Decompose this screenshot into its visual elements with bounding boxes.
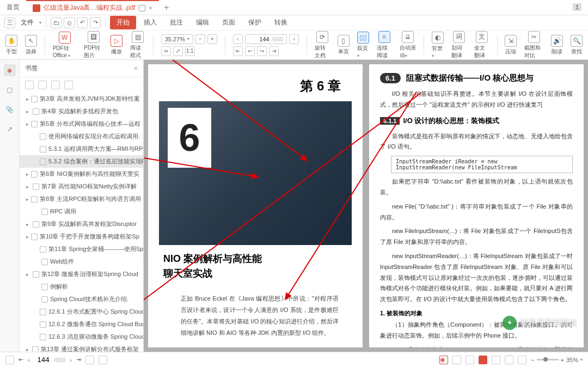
bookmark-item[interactable]: ▸第6章 NIO案例解析与高性能聊天室实: [20, 168, 143, 180]
bookmark-item[interactable]: ▸Spring Cloud技术栈补充介绍.: [20, 293, 143, 305]
tab-count-badge[interactable]: 1: [573, 3, 581, 11]
compress[interactable]: ⇲压缩: [505, 35, 517, 56]
select-tool[interactable]: ↖选择: [25, 35, 37, 56]
chat-icon[interactable]: [139, 5, 145, 11]
page-input-box[interactable]: /660: [245, 34, 287, 44]
continuous-read[interactable]: ≡连续阅读: [377, 31, 392, 59]
status-page-input[interactable]: [34, 356, 50, 364]
read-mode[interactable]: ▤阅读模式: [130, 31, 145, 59]
bookmark-item[interactable]: ▸12.6.1 分布式配置中心 Spring Cloud: [20, 305, 143, 318]
view-mode2-icon[interactable]: [465, 356, 474, 364]
translate-selection[interactable]: 词划词翻译: [451, 31, 467, 59]
speak[interactable]: 🔊朗读: [551, 35, 563, 56]
zoom-minus-icon[interactable]: −: [531, 357, 534, 363]
add-bookmark-icon[interactable]: [51, 81, 60, 89]
thumbnail-icon[interactable]: ▢: [4, 84, 16, 96]
bookmark-item[interactable]: ▸第5章 分布式网络编程核心技术—远程: [20, 118, 143, 130]
status-tool1-icon[interactable]: [85, 356, 94, 364]
menu-start[interactable]: 开始: [110, 16, 136, 29]
undo-icon[interactable]: ↶: [77, 17, 88, 28]
tab-add-button[interactable]: +: [159, 3, 174, 13]
page-fwd-icon[interactable]: ↪: [257, 46, 267, 56]
file-menu[interactable]: 文件: [17, 18, 37, 27]
collapse-icon[interactable]: [38, 81, 47, 89]
pdf-to-office[interactable]: WPDF转Office ▾: [53, 32, 77, 58]
bookmark-item[interactable]: ▸第10章 手把手开发微服务构建框架Sp: [20, 230, 143, 243]
menu-annotate[interactable]: 批注: [164, 18, 188, 27]
double-page[interactable]: ▯▯双页▾: [357, 32, 369, 58]
auto-scroll[interactable]: ⇊自动滚动▾: [400, 31, 416, 59]
expand-icon[interactable]: [25, 81, 34, 89]
prev-page-btn[interactable]: ‹: [28, 357, 30, 363]
view-mode1-icon[interactable]: [452, 356, 461, 364]
close-panel-icon[interactable]: ×: [134, 65, 138, 72]
bookmark-item[interactable]: ▸第13章 通过案例讲解分布式服务框架: [20, 343, 143, 352]
bookmark-item[interactable]: ▸第4章 实战解析多线程开发包: [20, 105, 143, 118]
menu-convert[interactable]: 转换: [269, 18, 293, 27]
share-icon[interactable]: ↗: [4, 123, 16, 135]
bookmark-item[interactable]: ▸12.6.3 消息驱动微服务 Spring Cloud: [20, 331, 143, 343]
bookmark-item[interactable]: ▸5.3.2 综合案例：通过底层技能实现RI: [20, 155, 143, 168]
find[interactable]: 🔍查找: [571, 35, 583, 56]
fit-icon[interactable]: [505, 356, 513, 364]
bookmark-icon[interactable]: ◈: [4, 64, 16, 76]
bookmark-item[interactable]: ▸第11章 Spring全家桶----------使用Sp: [20, 243, 143, 255]
hand-tool[interactable]: ✋手型: [5, 35, 17, 56]
menu-protect[interactable]: 保护: [243, 18, 267, 27]
next-page-btn[interactable]: ›: [70, 357, 72, 363]
bookmark-item[interactable]: ▸第3章 高并发相关JVM与JDK新特性案: [20, 93, 143, 105]
hamburger-icon[interactable]: 三: [4, 17, 15, 28]
fullscreen-icon[interactable]: [492, 356, 500, 364]
status-tool2-icon[interactable]: [99, 356, 107, 364]
prev-page-icon[interactable]: ‹: [233, 34, 243, 44]
bookmark-item[interactable]: ▸第8章 主流RPC框架解析与跨语言调用: [20, 193, 143, 205]
bookmark-item[interactable]: ▸5.3.1 远程调用两大方案—RMI与RPC: [20, 143, 143, 155]
bookmark-item[interactable]: ▸第12章 微服务治理框架Spring Cloud: [20, 268, 143, 280]
bookmark-item[interactable]: ▸RPC 调用: [20, 205, 143, 218]
pdf-to-image[interactable]: 🖼PDF转图片: [84, 31, 103, 59]
zoom-out-icon[interactable]: −: [195, 34, 205, 44]
background[interactable]: ◐背景▾: [432, 32, 444, 58]
bookmark-item[interactable]: ▸12.6.2 微服务通信 Spring Cloud Bus: [20, 318, 143, 331]
open-icon[interactable]: 🗀: [51, 17, 62, 28]
next-page-icon[interactable]: ›: [289, 34, 299, 44]
single-page[interactable]: ▯单页: [338, 35, 350, 56]
tab-active-doc[interactable]: 亿级流量Java高…编程实战 .pdf ×: [26, 0, 159, 15]
bookmark-item[interactable]: ▸第7章 高性能NIO框架Netty实例详解: [20, 180, 143, 193]
menu-edit[interactable]: 编辑: [191, 18, 215, 27]
zoom-slider[interactable]: − + 35% ▾: [531, 357, 583, 363]
snapshot[interactable]: ✂截图和对比: [524, 31, 543, 59]
attachment-icon[interactable]: 📎: [4, 103, 16, 115]
play-status-icon[interactable]: [479, 356, 487, 364]
play-button[interactable]: ▷播放: [111, 35, 122, 56]
last-page-icon[interactable]: ⇥: [269, 46, 279, 56]
rotate-doc[interactable]: ⟳旋转文档: [315, 31, 330, 59]
page-layout-icon[interactable]: [518, 356, 526, 364]
fit-page-icon[interactable]: ⤢: [173, 46, 183, 56]
status-thumb-icon[interactable]: [5, 356, 14, 364]
page-back-icon[interactable]: ↩: [245, 46, 255, 56]
actual-size-icon[interactable]: 1:1: [185, 46, 195, 56]
redo-icon[interactable]: ↷: [90, 17, 101, 28]
bookmark-item[interactable]: ▸Web组件: [20, 255, 143, 268]
page-viewer[interactable]: 第 6 章 6 NIO 案例解析与高性能聊天室实战 正如 Bruce Eckel…: [144, 60, 588, 352]
zoom-plus-icon[interactable]: +: [561, 357, 564, 363]
last-page-btn[interactable]: ⇥: [76, 356, 81, 363]
delete-bookmark-icon[interactable]: [64, 81, 73, 89]
bookmark-item[interactable]: ▸使用网络编程实现分布式远程调用.: [20, 130, 143, 143]
first-page-icon[interactable]: ⇤: [233, 46, 243, 56]
translate-full[interactable]: 文全文翻译: [474, 31, 489, 59]
page-input[interactable]: [249, 36, 270, 42]
bookmark-item[interactable]: ▸第9章 实战解析高并发框架Disruptor: [20, 218, 143, 230]
bookmark-item[interactable]: ▸例解析: [20, 280, 143, 293]
zoom-dropdown[interactable]: 35.27%▾: [161, 34, 193, 44]
first-page-btn[interactable]: ⇤: [19, 356, 23, 363]
fit-width-icon[interactable]: ⇔: [161, 46, 171, 56]
weibo-icon[interactable]: ◉: [439, 356, 448, 364]
tab-home[interactable]: 首页: [0, 0, 26, 15]
menu-insert[interactable]: 插入: [138, 18, 162, 27]
print-icon[interactable]: ⎙: [64, 17, 75, 28]
menu-page[interactable]: 页面: [217, 18, 241, 27]
zoom-in-icon[interactable]: +: [207, 34, 217, 44]
close-icon[interactable]: ×: [149, 4, 152, 12]
